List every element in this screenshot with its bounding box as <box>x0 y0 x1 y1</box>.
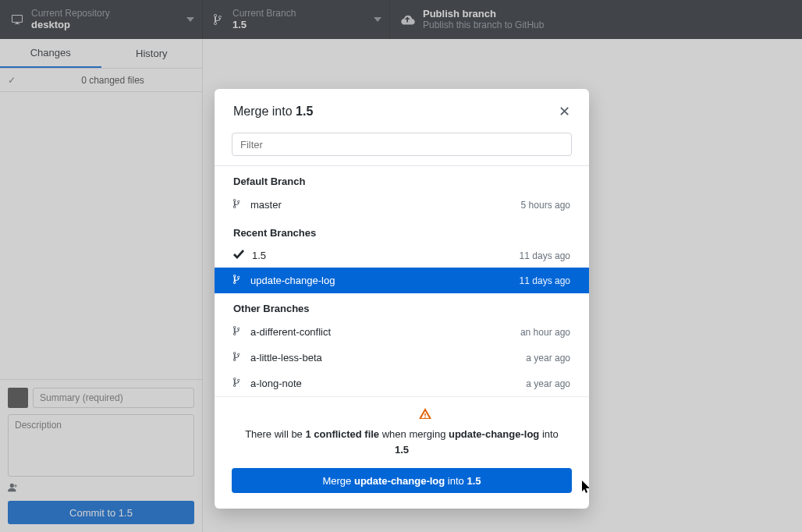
branch-name: update-change-log <box>250 275 512 286</box>
branch-row[interactable]: 1.511 days ago <box>215 243 589 268</box>
branch-row[interactable]: master5 hours ago <box>215 192 589 218</box>
branch-icon <box>233 274 243 287</box>
close-icon[interactable]: ✕ <box>555 100 573 123</box>
branch-section-header: Default Branch <box>215 166 589 192</box>
branch-name: a-little-less-beta <box>250 352 518 364</box>
branch-name: a-long-note <box>250 378 518 389</box>
cursor-icon <box>581 481 589 498</box>
branch-row[interactable]: a-little-less-betaa year ago <box>215 345 589 371</box>
branch-time: 11 days ago <box>520 250 570 261</box>
modal-title: Merge into 1.5 <box>233 105 313 119</box>
merge-button[interactable]: Merge update-change-log into 1.5 <box>232 468 572 493</box>
conflict-text: There will be 1 conflicted file when mer… <box>232 427 572 457</box>
branch-icon <box>233 198 243 211</box>
branch-section-header: Other Branches <box>215 293 589 319</box>
branch-icon <box>233 325 243 339</box>
warning-icon <box>419 408 431 422</box>
app-root: Current Repository desktop Current Branc… <box>0 0 802 532</box>
branch-time: an hour ago <box>520 327 570 338</box>
branch-list: Default Branchmaster5 hours agoRecent Br… <box>215 166 589 396</box>
branch-row[interactable]: update-change-log11 days ago <box>215 268 589 293</box>
branch-name: 1.5 <box>252 250 512 261</box>
branch-name: master <box>250 199 513 211</box>
branch-name: a-different-conflict <box>250 326 513 338</box>
modal-footer: There will be 1 conflicted file when mer… <box>215 396 589 509</box>
branch-time: a year ago <box>526 353 570 364</box>
check-icon <box>233 250 244 261</box>
branch-time: a year ago <box>526 378 570 389</box>
branch-time: 11 days ago <box>520 275 570 286</box>
modal-title-branch: 1.5 <box>296 105 313 118</box>
branch-icon <box>233 351 243 364</box>
branch-time: 5 hours ago <box>521 200 570 211</box>
branch-icon <box>233 377 243 390</box>
merge-modal: Merge into 1.5 ✕ Default Branchmaster5 h… <box>215 89 589 509</box>
branch-row[interactable]: a-long-notea year ago <box>215 371 589 396</box>
filter-input[interactable] <box>232 133 572 156</box>
branch-section-header: Recent Branches <box>215 218 589 243</box>
branch-row[interactable]: a-different-conflictan hour ago <box>215 319 589 345</box>
modal-title-prefix: Merge into <box>233 105 296 118</box>
